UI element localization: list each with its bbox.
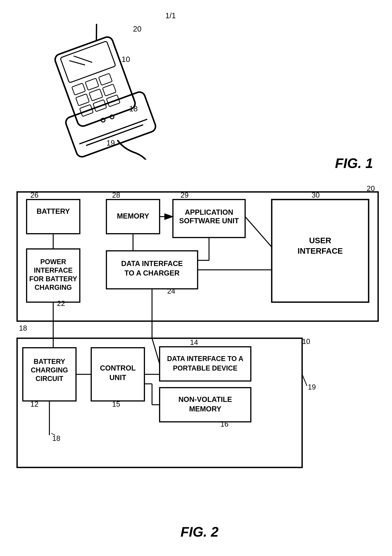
svg-rect-21 xyxy=(27,200,80,234)
svg-line-6 xyxy=(74,51,92,68)
svg-rect-9 xyxy=(99,73,112,85)
svg-text:20: 20 xyxy=(367,185,375,193)
svg-rect-10 xyxy=(76,94,89,106)
fig2-section: BATTERY 26 POWER INTERFACE FOR BATTERY C… xyxy=(11,180,388,541)
svg-text:30: 30 xyxy=(312,191,320,199)
svg-rect-7 xyxy=(72,83,85,95)
svg-text:MEMORY: MEMORY xyxy=(189,405,221,413)
svg-text:UNIT: UNIT xyxy=(109,374,126,382)
fig1-section: 1/1 xyxy=(0,6,392,177)
svg-text:DATA INTERFACE TO A: DATA INTERFACE TO A xyxy=(167,355,243,363)
svg-text:16: 16 xyxy=(220,420,228,428)
phone-drawing xyxy=(38,15,209,160)
svg-text:26: 26 xyxy=(31,191,38,199)
ref-10-fig1: 10 xyxy=(122,55,130,64)
svg-text:29: 29 xyxy=(181,191,189,199)
svg-rect-69 xyxy=(160,388,251,422)
svg-text:18: 18 xyxy=(19,324,27,332)
svg-text:CIRCUIT: CIRCUIT xyxy=(36,375,63,383)
fig2-diagram: BATTERY 26 POWER INTERFACE FOR BATTERY C… xyxy=(11,180,388,532)
svg-text:USER: USER xyxy=(309,236,331,245)
svg-text:15: 15 xyxy=(112,400,120,408)
svg-text:18: 18 xyxy=(52,434,60,442)
svg-text:APPLICATION: APPLICATION xyxy=(185,208,233,216)
fig2-title: FIG. 2 xyxy=(181,524,218,540)
ref-19-fig1: 19 xyxy=(106,139,115,147)
svg-text:DATA INTERFACE: DATA INTERFACE xyxy=(121,260,183,268)
svg-text:10: 10 xyxy=(302,338,310,346)
svg-text:INTERFACE: INTERFACE xyxy=(34,266,73,274)
ref-18-fig1: 18 xyxy=(129,105,138,113)
svg-text:CHARGING: CHARGING xyxy=(35,284,72,291)
svg-text:MEMORY: MEMORY xyxy=(117,212,149,220)
svg-text:INTERFACE: INTERFACE xyxy=(298,247,343,255)
svg-text:NON-VOLATILE: NON-VOLATILE xyxy=(178,395,232,403)
svg-text:CHARGING: CHARGING xyxy=(31,366,68,374)
svg-line-85 xyxy=(152,338,160,364)
page-container: 1/1 xyxy=(0,0,392,556)
svg-text:POWER: POWER xyxy=(40,258,66,266)
svg-text:28: 28 xyxy=(112,191,120,199)
svg-rect-4 xyxy=(60,41,116,83)
svg-rect-3 xyxy=(54,36,137,128)
svg-text:24: 24 xyxy=(167,287,175,295)
svg-rect-11 xyxy=(89,89,103,101)
svg-text:BATTERY: BATTERY xyxy=(37,207,70,215)
svg-rect-56 xyxy=(23,348,76,401)
svg-rect-12 xyxy=(102,84,116,96)
fig1-title: FIG. 1 xyxy=(335,155,373,171)
svg-text:SOFTWARE UNIT: SOFTWARE UNIT xyxy=(179,217,239,225)
svg-text:14: 14 xyxy=(190,339,198,346)
svg-text:12: 12 xyxy=(31,400,38,408)
svg-text:22: 22 xyxy=(57,300,65,308)
svg-line-75 xyxy=(302,374,307,386)
svg-line-53 xyxy=(245,217,272,247)
ref-20-fig1: 20 xyxy=(133,25,142,33)
svg-text:19: 19 xyxy=(308,383,316,391)
svg-line-5 xyxy=(69,56,85,70)
svg-rect-65 xyxy=(160,347,251,381)
svg-text:BATTERY: BATTERY xyxy=(34,358,65,365)
svg-text:FOR BATTERY: FOR BATTERY xyxy=(29,275,77,283)
svg-text:TO A CHARGER: TO A CHARGER xyxy=(124,269,180,277)
svg-line-16 xyxy=(91,24,102,41)
svg-rect-8 xyxy=(85,78,99,90)
svg-text:PORTABLE DEVICE: PORTABLE DEVICE xyxy=(173,364,237,372)
svg-text:CONTROL: CONTROL xyxy=(100,364,136,372)
